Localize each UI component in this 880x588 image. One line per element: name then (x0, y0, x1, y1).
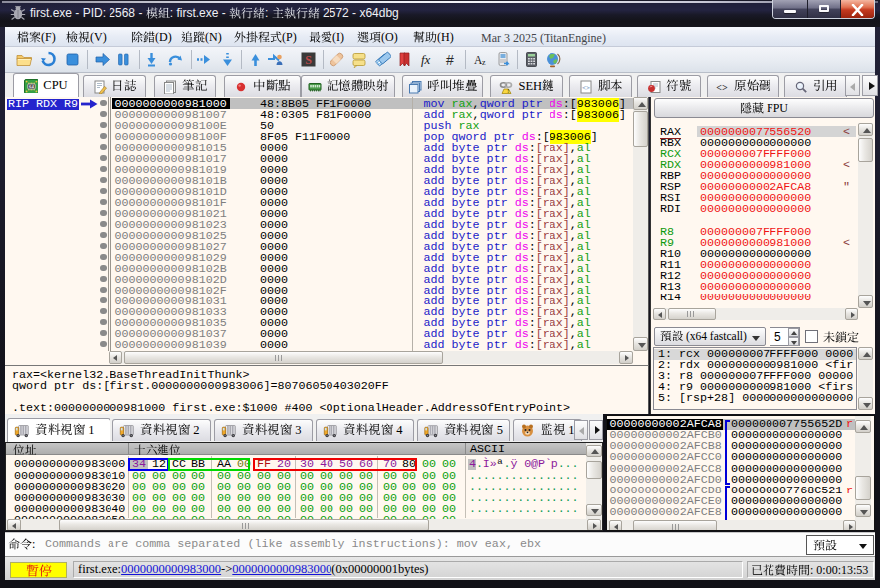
svg-text:z: z (482, 58, 486, 67)
svg-text:S: S (305, 53, 312, 67)
svg-text:!: ! (508, 88, 510, 94)
svg-text:<>: <> (717, 82, 729, 93)
svg-text:<>: <> (582, 83, 590, 91)
svg-text:fx: fx (421, 52, 431, 67)
svg-text:64: 64 (29, 84, 34, 89)
svg-text:#: # (446, 52, 454, 68)
